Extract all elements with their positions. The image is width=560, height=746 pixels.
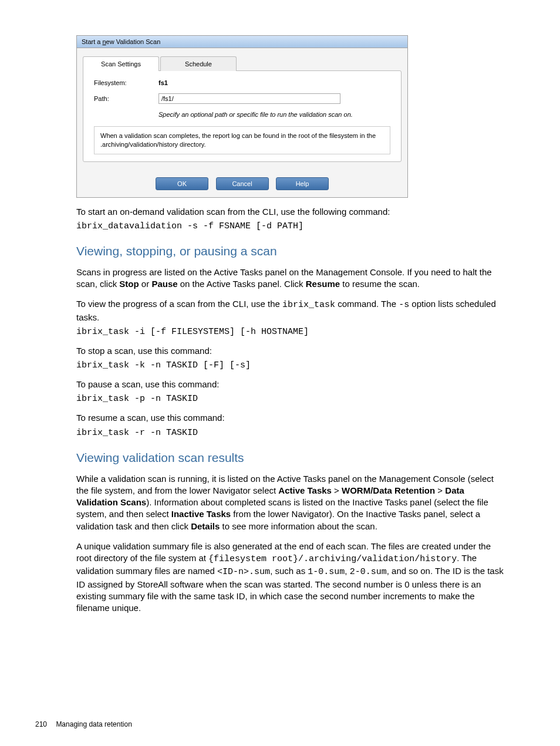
tab-schedule[interactable]: Schedule <box>160 56 237 71</box>
validation-scan-dialog: Start a new Validation Scan Scan Setting… <box>76 35 408 198</box>
path-input[interactable] <box>158 93 340 104</box>
page-number: 210 <box>35 720 47 728</box>
heading-viewing-scan: Viewing, stopping, or pausing a scan <box>76 244 507 258</box>
chapter-title: Managing data retention <box>56 720 131 728</box>
dialog-title-suffix: ew Validation Scan <box>106 38 161 45</box>
info-box: When a validation scan completes, the re… <box>94 126 390 154</box>
cancel-button[interactable]: Cancel <box>216 177 269 190</box>
dialog-titlebar: Start a new Validation Scan <box>77 36 407 48</box>
para-stop: To stop a scan, use this command: <box>76 345 507 357</box>
para-resume: To resume a scan, use this command: <box>76 412 507 424</box>
help-button[interactable]: Help <box>276 177 329 190</box>
code-task-r: ibrix_task -r -n TASKID <box>76 428 507 438</box>
ok-button[interactable]: OK <box>156 177 208 190</box>
para-cli-progress: To view the progress of a scan from the … <box>76 298 507 323</box>
dialog-panel: Filesystem: fs1 Path: Specify an optiona… <box>83 70 402 162</box>
tab-scan-settings[interactable]: Scan Settings <box>83 56 159 71</box>
path-help-text: Specify an optional path or specific fil… <box>158 111 390 118</box>
dialog-title-prefix: Start a <box>82 38 102 45</box>
code-task-i: ibrix_task -i [-f FILESYSTEMS] [-h HOSTN… <box>76 327 507 337</box>
para-summary-file: A unique validation summary file is also… <box>76 541 507 615</box>
code-task-p: ibrix_task -p -n TASKID <box>76 394 507 404</box>
filesystem-value: fs1 <box>158 79 168 86</box>
para-cli-start: To start an on-demand validation scan fr… <box>76 206 507 218</box>
para-pause: To pause a scan, use this command: <box>76 379 507 390</box>
code-task-k: ibrix_task -k -n TASKID [-F] [-s] <box>76 360 507 370</box>
dialog-button-row: OK Cancel Help <box>77 171 407 197</box>
code-datavalidation: ibrix_datavalidation -s -f FSNAME [-d PA… <box>76 221 507 231</box>
path-label: Path: <box>94 95 158 102</box>
filesystem-label: Filesystem: <box>94 79 158 86</box>
doc-content: To start an on-demand validation scan fr… <box>76 206 507 615</box>
para-stop-pause: Scans in progress are listed on the Acti… <box>76 266 507 291</box>
dialog-tabs: Scan Settings Schedule <box>77 48 407 71</box>
page-footer: 210 Managing data retention <box>35 720 132 728</box>
heading-viewing-results: Viewing validation scan results <box>76 451 507 465</box>
para-results-nav: While a validation scan is running, it i… <box>76 473 507 532</box>
